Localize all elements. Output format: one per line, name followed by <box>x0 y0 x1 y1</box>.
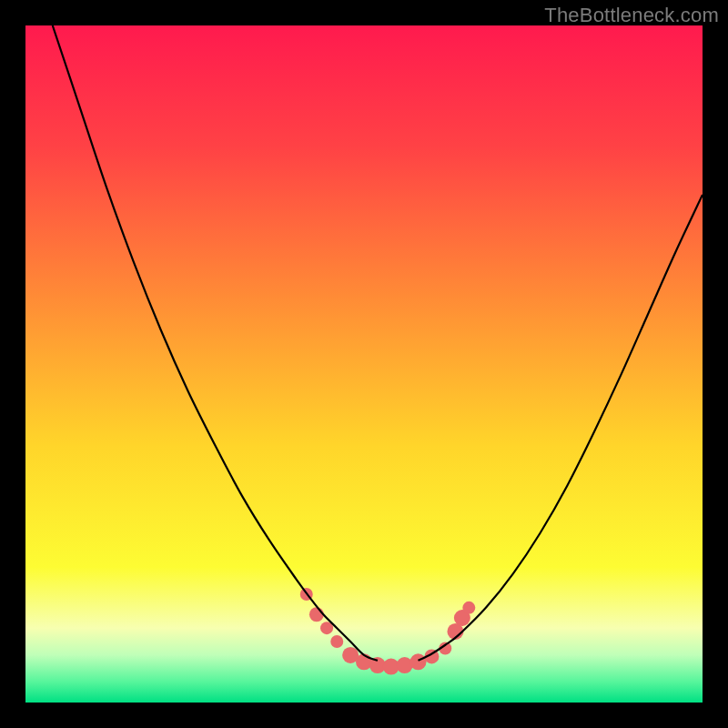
watermark-text: TheBottleneck.com <box>544 4 719 27</box>
chart-svg <box>25 25 703 703</box>
marker-dot <box>410 653 427 670</box>
chart-area <box>25 25 703 703</box>
marker-dot <box>330 635 343 648</box>
marker-dot <box>462 602 475 614</box>
chart-background <box>25 25 703 703</box>
marker-dot <box>309 607 324 622</box>
